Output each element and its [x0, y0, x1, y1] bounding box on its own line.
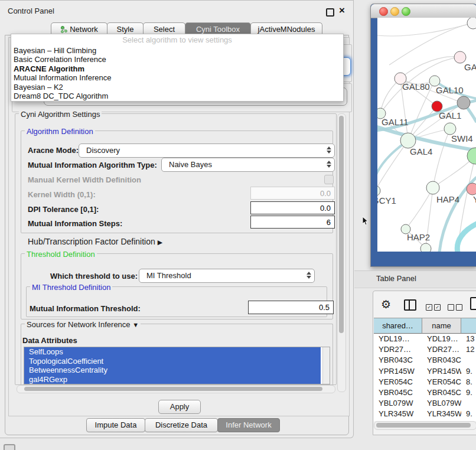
screen: Control Panel × Network Style Select Cyn…	[0, 0, 476, 450]
list-item[interactable]: TopologicalCoefficient	[24, 357, 321, 366]
list-item[interactable]: SelfLoops	[24, 347, 321, 357]
table-cell[interactable]: YBR045C	[422, 387, 461, 398]
panel-corner-icon[interactable]	[4, 444, 15, 450]
network-edge[interactable]	[457, 223, 476, 252]
dpi-tolerance-input[interactable]: 0.0	[250, 201, 335, 214]
table-cell[interactable]: 12	[461, 344, 476, 355]
kernel-width-input[interactable]: 0.0	[250, 187, 335, 200]
network-canvas[interactable]: GALGAL80GAL10GAL1GAL11SWI4GAL4HAP4YGCY1H…	[377, 18, 476, 252]
network-node[interactable]	[457, 96, 470, 109]
table-cell[interactable]: YPR145W	[422, 366, 461, 377]
table-cell[interactable]: YPR145W	[374, 366, 422, 377]
float-window-icon[interactable]	[326, 8, 334, 17]
settings-horizontal-scrollbar[interactable]	[17, 385, 335, 393]
dropdown-item-highlighted[interactable]: ARACNE Algorithm	[11, 64, 343, 73]
hub-definition-toggle[interactable]: Hub/Transcription Factor Definition ▶	[28, 237, 162, 246]
tab-impute-data-label: Impute Data	[95, 420, 137, 429]
table-row[interactable]: YBR043CYBR043C	[374, 355, 476, 366]
table-cell[interactable]: YLR345W	[374, 409, 422, 419]
network-node-label: GAL1	[439, 110, 461, 120]
table-cell[interactable]: YBR043C	[422, 355, 461, 366]
list-item[interactable]: BetweennessCentrality	[24, 366, 321, 375]
column-header-partial[interactable]: A	[461, 318, 476, 334]
apply-button[interactable]: Apply	[158, 400, 201, 414]
table-cell[interactable]: YBL079W	[422, 398, 461, 409]
table-cell[interactable]: 9.	[461, 366, 476, 377]
mi-threshold-input[interactable]: 0.5	[248, 301, 334, 314]
table-cell[interactable]: 13	[461, 334, 476, 344]
network-node[interactable]	[467, 183, 476, 195]
mi-type-combo[interactable]: Naive Bayes	[161, 158, 335, 172]
tab-impute-data[interactable]: Impute Data	[86, 418, 145, 432]
dropdown-item[interactable]: Dream8 DC_TDC Algorithm	[11, 92, 343, 100]
table-cell[interactable]: 8.	[461, 377, 476, 387]
table-cell[interactable]: YLR345W	[422, 409, 461, 419]
tab-jactivemnodules-label: jActiveMNodules	[258, 25, 315, 34]
table-cell[interactable]: YDL19…	[422, 334, 461, 344]
table-cell[interactable]: YBR045C	[374, 387, 422, 398]
table-row[interactable]: YDL19…YDL19…13	[374, 334, 476, 344]
tab-discretize-data[interactable]: Discretize Data	[145, 418, 218, 432]
new-document-icon[interactable]	[470, 297, 476, 312]
minimize-traffic-light-icon[interactable]	[390, 7, 399, 16]
select-all-columns-icon[interactable]: ✓✓	[426, 302, 442, 312]
dropdown-item[interactable]: Bayesian – Hill Climbing	[11, 46, 343, 55]
table-row[interactable]: YDR27…YDR27…12	[374, 344, 476, 355]
aracne-mode-combo[interactable]: Discovery	[79, 144, 335, 158]
network-edge[interactable]	[377, 141, 408, 195]
table-row[interactable]: YPR145WYPR145W9.	[374, 366, 476, 377]
mi-type-label: Mutual Information Algorithm Type:	[28, 161, 157, 169]
network-node[interactable]	[426, 181, 439, 194]
network-window-titlebar[interactable]	[371, 4, 476, 18]
zoom-traffic-light-icon[interactable]	[402, 7, 410, 16]
deselect-all-columns-icon[interactable]	[448, 302, 464, 312]
scrollbar-thumb[interactable]	[24, 387, 322, 391]
network-node[interactable]	[420, 243, 431, 252]
table-cell[interactable]: YBR043C	[374, 355, 422, 366]
sources-title[interactable]: Sources for Network Inference ▼	[25, 320, 141, 329]
data-attributes-list[interactable]: SelfLoops TopologicalCoefficient Between…	[24, 347, 330, 384]
table-cell[interactable]: YDL19…	[374, 334, 422, 344]
table-row[interactable]: YER054CYER054C8.	[374, 377, 476, 387]
table-cell[interactable]: 9.	[461, 387, 476, 398]
table-row[interactable]: YBL079WYBL079W	[374, 398, 476, 409]
list-item[interactable]: gal4RGexp	[24, 375, 321, 384]
settings-vertical-scrollbar[interactable]	[337, 113, 346, 392]
dropdown-item[interactable]: Mutual Information Inference	[11, 73, 343, 82]
close-icon[interactable]: ×	[339, 5, 345, 17]
network-node[interactable]	[377, 185, 380, 196]
column-header-name[interactable]: name	[422, 318, 461, 334]
table-cell[interactable]: YDR27…	[374, 344, 422, 355]
table-cell[interactable]: 9.	[461, 409, 476, 419]
network-edge[interactable]	[377, 23, 473, 36]
table-cell[interactable]: YER054C	[374, 377, 422, 387]
table-horizontal-scrollbar[interactable]	[374, 421, 476, 430]
tab-infer-network[interactable]: Infer Network	[217, 418, 280, 432]
list-scrollbar[interactable]	[322, 347, 330, 384]
network-edge[interactable]	[433, 129, 450, 188]
network-node[interactable]	[454, 51, 466, 63]
table-cell[interactable]: YBL079W	[374, 398, 422, 409]
dropdown-item[interactable]: Bayesian – K2	[11, 83, 343, 92]
kernel-width-value: 0.0	[320, 189, 331, 198]
scrollbar-thumb[interactable]	[339, 116, 344, 333]
dropdown-item[interactable]: Basic Correlation Inference	[11, 55, 343, 64]
table-cell[interactable]: YDR27…	[422, 344, 461, 355]
column-header-shared-name[interactable]: shared…	[374, 318, 422, 334]
network-node-label: GAL	[464, 62, 476, 72]
network-node[interactable]	[444, 123, 456, 135]
manual-kernel-checkbox[interactable]	[324, 175, 334, 184]
gear-icon[interactable]: ⚙	[381, 298, 391, 311]
network-edge[interactable]	[400, 57, 460, 79]
algorithm-dropdown-popup: Select algorithm to view settings Bayesi…	[11, 34, 344, 102]
table-row[interactable]: YBR045CYBR045C9.	[374, 387, 476, 398]
network-node[interactable]	[467, 18, 476, 29]
which-threshold-label: Which threshold to use:	[50, 272, 138, 281]
mi-steps-input[interactable]: 6	[250, 216, 335, 229]
scrollbar-thumb[interactable]	[376, 423, 471, 428]
which-threshold-combo[interactable]: MI Threshold	[139, 269, 315, 283]
table-row[interactable]: YLR345WYLR345W9.	[374, 409, 476, 419]
table-cell[interactable]: YER054C	[422, 377, 461, 387]
close-traffic-light-icon[interactable]	[379, 7, 388, 16]
split-columns-icon[interactable]	[404, 299, 416, 313]
